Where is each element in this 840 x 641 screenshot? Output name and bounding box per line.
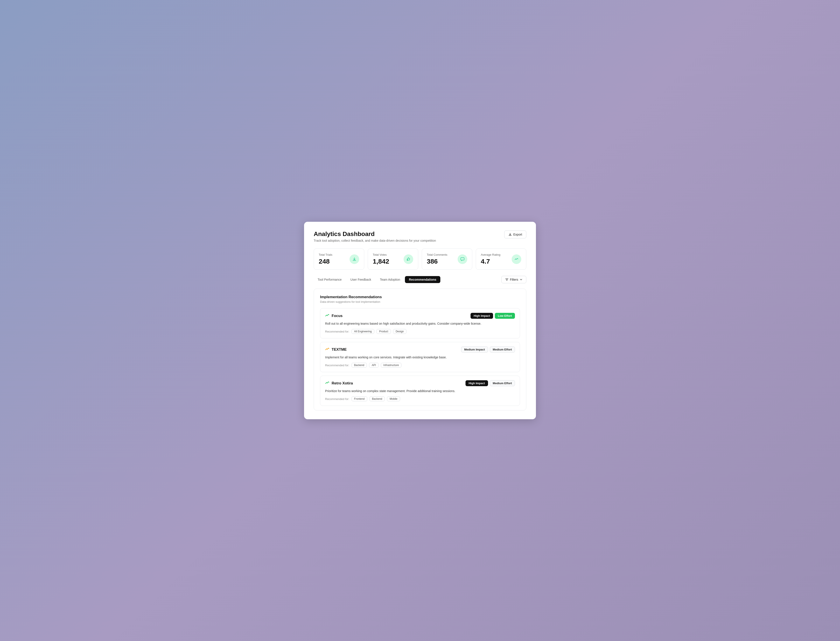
stat-icon-trials xyxy=(350,254,359,264)
recommendations-section: Implementation Recommendations Data-driv… xyxy=(314,288,526,411)
rec-title-focus: Focus xyxy=(325,313,342,319)
rec-card-textme: TEXTME Medium Impact Medium Effort Imple… xyxy=(320,342,520,372)
tab-user-feedback[interactable]: User Feedback xyxy=(347,276,375,283)
stat-info-votes: Total Votes 1,842 xyxy=(373,253,389,265)
focus-badge-impact: High Impact xyxy=(471,313,493,319)
header-text: Analytics Dashboard Track tool adoption,… xyxy=(314,230,436,242)
stat-value-comments: 386 xyxy=(427,258,447,265)
tabs-row: Tool Performance User Feedback Team Adop… xyxy=(314,276,526,283)
page-title: Analytics Dashboard xyxy=(314,230,436,238)
retro-xotira-footer: Recommended for: Frontend Backend Mobile xyxy=(325,396,515,401)
header-row: Analytics Dashboard Track tool adoption,… xyxy=(314,230,526,242)
stat-label-comments: Total Comments xyxy=(427,253,447,256)
svg-rect-0 xyxy=(461,258,464,260)
export-button[interactable]: Export xyxy=(504,230,526,238)
textme-tag-1: API xyxy=(369,363,378,367)
textme-tag-2: Infrastructure xyxy=(381,363,402,367)
filters-button[interactable]: Filters xyxy=(501,276,526,283)
textme-badge-impact: Medium Impact xyxy=(461,346,488,353)
textme-badges: Medium Impact Medium Effort xyxy=(461,346,515,353)
tabs: Tool Performance User Feedback Team Adop… xyxy=(314,276,440,283)
page-subtitle: Track tool adoption, collect feedback, a… xyxy=(314,239,436,242)
retro-xotira-tag-0: Frontend xyxy=(352,396,367,401)
stat-card-trials: Total Trials 248 xyxy=(314,248,364,270)
stat-label-rating: Average Rating xyxy=(481,253,500,256)
tab-tool-performance[interactable]: Tool Performance xyxy=(314,276,345,283)
rec-header-textme: TEXTME Medium Impact Medium Effort xyxy=(325,346,515,353)
focus-badge-effort: Low Effort xyxy=(495,313,515,319)
focus-name: Focus xyxy=(332,314,342,318)
stat-value-rating: 4.7 xyxy=(481,258,500,265)
retro-xotira-description: Prioritize for teams working on complex … xyxy=(325,389,515,393)
filter-icon xyxy=(505,278,509,281)
stat-info-comments: Total Comments 386 xyxy=(427,253,447,265)
stat-card-comments: Total Comments 386 xyxy=(422,248,472,270)
retro-xotira-name: Retro Xotira xyxy=(332,381,353,385)
stat-value-trials: 248 xyxy=(319,258,332,265)
section-subtitle: Data-driven suggestions for tool impleme… xyxy=(320,300,520,303)
focus-tag-1: Product xyxy=(376,329,391,334)
retro-xotira-tag-1: Backend xyxy=(369,396,385,401)
rec-card-focus: Focus High Impact Low Effort Roll out to… xyxy=(320,308,520,338)
focus-description: Roll out to all engineering teams based … xyxy=(325,321,515,326)
stat-value-votes: 1,842 xyxy=(373,258,389,265)
stat-info-rating: Average Rating 4.7 xyxy=(481,253,500,265)
retro-xotira-tag-2: Mobile xyxy=(387,396,400,401)
stat-label-votes: Total Votes xyxy=(373,253,389,256)
stat-card-votes: Total Votes 1,842 xyxy=(368,248,418,270)
tab-recommendations[interactable]: Recommendations xyxy=(405,276,440,283)
stat-info-trials: Total Trials 248 xyxy=(319,253,332,265)
focus-footer: Recommended for: All Engineering Product… xyxy=(325,329,515,334)
retro-xotira-badges: High Impact Medium Effort xyxy=(466,380,515,386)
rec-title-textme: TEXTME xyxy=(325,347,347,352)
focus-trend-icon xyxy=(325,313,329,319)
stat-icon-rating xyxy=(512,254,521,264)
textme-name: TEXTME xyxy=(332,348,347,352)
dashboard-container: Analytics Dashboard Track tool adoption,… xyxy=(304,222,536,419)
retro-xotira-badge-effort: Medium Effort xyxy=(490,380,515,386)
rec-header-retro-xotira: Retro Xotira High Impact Medium Effort xyxy=(325,380,515,386)
focus-tag-0: All Engineering xyxy=(352,329,374,334)
rec-card-retro-xotira: Retro Xotira High Impact Medium Effort P… xyxy=(320,376,520,406)
textme-trend-icon xyxy=(325,347,329,352)
textme-footer: Recommended for: Backend API Infrastruct… xyxy=(325,363,515,367)
textme-badge-effort: Medium Effort xyxy=(490,346,515,353)
focus-recommended-label: Recommended for: xyxy=(325,330,349,333)
stat-icon-votes xyxy=(403,254,413,264)
stat-icon-comments xyxy=(458,254,467,264)
focus-tag-2: Design xyxy=(393,329,406,334)
tab-team-adoption[interactable]: Team Adoption xyxy=(376,276,404,283)
retro-xotira-badge-impact: High Impact xyxy=(466,380,488,386)
stats-row: Total Trials 248 Total Votes 1,842 xyxy=(314,248,526,270)
stat-label-trials: Total Trials xyxy=(319,253,332,256)
rec-title-retro-xotira: Retro Xotira xyxy=(325,380,353,386)
section-title: Implementation Recommendations xyxy=(320,295,520,299)
rec-header-focus: Focus High Impact Low Effort xyxy=(325,313,515,319)
stat-card-rating: Average Rating 4.7 xyxy=(476,248,526,270)
textme-description: Implement for all teams working on core … xyxy=(325,355,515,360)
textme-recommended-label: Recommended for: xyxy=(325,364,349,367)
focus-badges: High Impact Low Effort xyxy=(471,313,515,319)
chevron-down-icon xyxy=(520,278,523,281)
textme-tag-0: Backend xyxy=(352,363,367,367)
retro-xotira-trend-icon xyxy=(325,380,329,386)
retro-xotira-recommended-label: Recommended for: xyxy=(325,397,349,401)
export-icon xyxy=(508,233,512,236)
